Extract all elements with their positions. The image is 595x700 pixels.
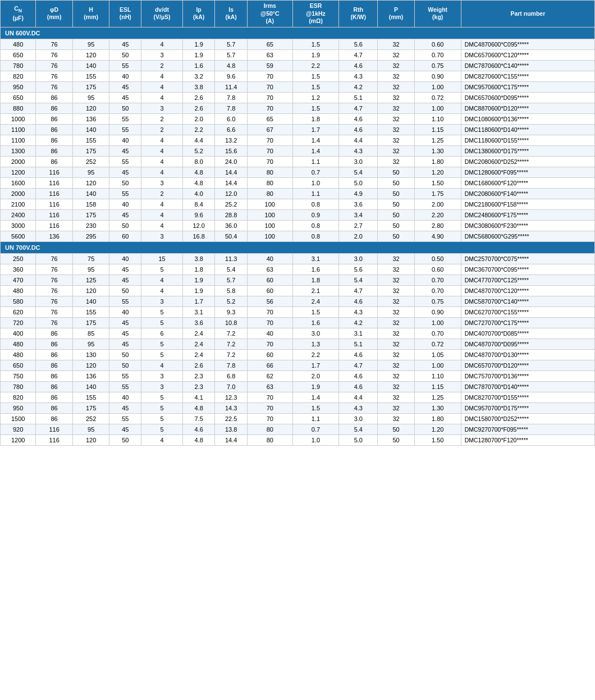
cell-0-17-7: 100	[247, 220, 292, 231]
cell-0-3-12: DMC8270600*C155*****	[461, 71, 594, 81]
cell-1-6-3: 45	[109, 317, 141, 328]
cell-1-4-3: 55	[109, 296, 141, 306]
cell-0-8-8: 1.7	[292, 124, 339, 135]
cell-0-18-0: 5600	[1, 231, 36, 241]
cell-0-13-10: 50	[378, 177, 415, 188]
table-row: 880861205032.67.8701.54.7321.00DMC887060…	[1, 103, 595, 113]
cell-1-7-5: 2.4	[182, 328, 215, 338]
cell-0-17-3: 50	[109, 220, 141, 231]
table-row: 650861205042.67.8661.74.7321.00DMC657070…	[1, 360, 595, 370]
cell-1-0-7: 40	[247, 253, 292, 264]
cell-1-7-2: 85	[72, 328, 109, 338]
cell-1-6-12: DMC7270700*C175*****	[461, 317, 594, 328]
cell-1-6-4: 5	[141, 317, 183, 328]
cell-0-8-11: 1.15	[414, 124, 461, 135]
cell-0-0-11: 0.60	[414, 39, 461, 49]
cell-1-16-2: 95	[72, 424, 109, 434]
cell-1-9-12: DMC4870700*D130*****	[461, 349, 594, 360]
table-row: 950861754554.814.3701.54.3321.30DMC95707…	[1, 402, 595, 413]
cell-0-17-5: 12.0	[182, 220, 215, 231]
cell-0-2-10: 32	[378, 60, 415, 71]
cell-0-11-5: 8.0	[182, 156, 215, 167]
cell-0-14-0: 2000	[1, 188, 36, 199]
cell-0-5-4: 4	[141, 92, 183, 103]
cell-1-13-11: 1.25	[414, 392, 461, 402]
cell-0-9-2: 155	[72, 135, 109, 145]
cell-0-12-10: 50	[378, 167, 415, 177]
cell-1-4-8: 2.4	[292, 296, 339, 306]
cell-1-12-8: 1.9	[292, 381, 339, 392]
cell-0-16-1: 116	[36, 209, 73, 220]
cell-1-9-2: 130	[72, 349, 109, 360]
cell-1-9-9: 4.6	[339, 349, 378, 360]
table-row: 1500862525557.522.5701.13.0321.80DMC1580…	[1, 413, 595, 424]
cell-0-6-4: 3	[141, 103, 183, 113]
table-row: 650761205031.95.7631.94.7320.70DMC657060…	[1, 49, 595, 60]
cell-0-3-0: 820	[1, 71, 36, 81]
table-row: 250767540153.811.3403.13.0320.50DMC25707…	[1, 253, 595, 264]
cell-1-1-10: 32	[378, 264, 415, 274]
cell-1-3-7: 60	[247, 285, 292, 296]
cell-1-11-10: 32	[378, 370, 415, 381]
cell-0-17-12: DMC3080600*F230*****	[461, 220, 594, 231]
cell-0-13-1: 116	[36, 177, 73, 188]
cell-1-4-0: 580	[1, 296, 36, 306]
cell-1-11-3: 55	[109, 370, 141, 381]
cell-0-12-2: 95	[72, 167, 109, 177]
cell-0-12-12: DMC1280600*F095*****	[461, 167, 594, 177]
cell-0-17-4: 4	[141, 220, 183, 231]
cell-0-3-11: 0.90	[414, 71, 461, 81]
cell-0-16-5: 9.6	[182, 209, 215, 220]
cell-1-16-7: 80	[247, 424, 292, 434]
cell-0-0-5: 1.9	[182, 39, 215, 49]
cell-0-15-10: 50	[378, 199, 415, 209]
cell-0-16-3: 45	[109, 209, 141, 220]
cell-1-12-4: 3	[141, 381, 183, 392]
cell-1-5-2: 155	[72, 306, 109, 317]
cell-1-5-11: 0.90	[414, 306, 461, 317]
cell-0-8-9: 4.6	[339, 124, 378, 135]
cell-0-1-8: 1.9	[292, 49, 339, 60]
cell-1-16-0: 920	[1, 424, 36, 434]
table-row: 580761405531.75.2562.44.6320.75DMC587070…	[1, 296, 595, 306]
cell-0-4-8: 1.5	[292, 81, 339, 92]
cell-1-0-1: 76	[36, 253, 73, 264]
cell-0-9-12: DMC1180600*D155*****	[461, 135, 594, 145]
cell-0-13-5: 4.8	[182, 177, 215, 188]
cell-0-16-10: 50	[378, 209, 415, 220]
cell-0-4-6: 11.4	[215, 81, 248, 92]
cell-0-6-10: 32	[378, 103, 415, 113]
cell-1-0-2: 75	[72, 253, 109, 264]
cell-0-11-10: 32	[378, 156, 415, 167]
cell-1-11-6: 6.8	[215, 370, 248, 381]
cell-0-11-9: 3.0	[339, 156, 378, 167]
cell-1-4-1: 76	[36, 296, 73, 306]
cell-1-8-3: 45	[109, 338, 141, 349]
cell-1-17-10: 50	[378, 434, 415, 445]
cell-0-14-2: 140	[72, 188, 109, 199]
cell-0-14-11: 1.75	[414, 188, 461, 199]
cell-1-10-4: 4	[141, 360, 183, 370]
cell-1-11-7: 62	[247, 370, 292, 381]
cell-0-6-12: DMC8870600*D120*****	[461, 103, 594, 113]
cell-0-17-9: 2.7	[339, 220, 378, 231]
cell-0-13-0: 1600	[1, 177, 36, 188]
cell-1-3-8: 2.1	[292, 285, 339, 296]
cell-0-15-11: 2.00	[414, 199, 461, 209]
cell-0-15-0: 2100	[1, 199, 36, 209]
cell-0-18-5: 16.8	[182, 231, 215, 241]
table-row: 950761754543.811.4701.54.2321.00DMC95706…	[1, 81, 595, 92]
cell-1-1-0: 360	[1, 264, 36, 274]
cell-1-2-2: 125	[72, 274, 109, 285]
header-h: H(mm)	[72, 1, 109, 28]
cell-1-0-11: 0.50	[414, 253, 461, 264]
cell-0-15-1: 116	[36, 199, 73, 209]
cell-1-11-4: 3	[141, 370, 183, 381]
cell-0-6-2: 120	[72, 103, 109, 113]
cell-0-18-2: 295	[72, 231, 109, 241]
cell-0-3-3: 40	[109, 71, 141, 81]
cell-1-14-4: 5	[141, 402, 183, 413]
cell-1-14-10: 32	[378, 402, 415, 413]
header-part-number: Part number	[461, 1, 594, 28]
cell-0-6-9: 4.7	[339, 103, 378, 113]
